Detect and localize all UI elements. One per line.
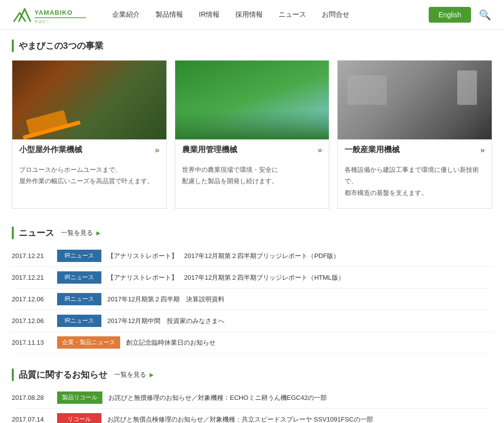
card-title-bar-industrial: 一般産業用機械 » [338,139,492,160]
news-title: 2017年12月期中間 投資家のみなさまへ [107,317,224,325]
news-date: 2017.12.06 [12,295,51,303]
card-title-bar-agriculture: 農業用管理機械 » [175,139,329,160]
news-heading: ニュース [19,227,54,239]
quality-badge: 製品リコール [57,391,102,404]
quality-date: 2017.08.28 [12,394,51,401]
business-section: やまびこの3つの事業 小型屋外作業機械 » プロユースからホームユースまで、屋外… [12,39,492,209]
news-date: 2017.12.21 [12,274,51,281]
news-badge: 企業・製品ニュース [57,336,120,349]
news-date: 2017.12.06 [12,317,51,325]
news-date: 2017.12.21 [12,252,51,260]
news-title: 【アナリストレポート】 2017年12月期第２四半期ブリッジレポート（HTML版… [107,273,345,282]
news-title: 2017年12月期第２四半期 決算説明資料 [107,295,224,304]
news-row[interactable]: 2017.12.06IRニュース2017年12月期第２四半期 決算説明資料 [12,289,492,310]
heading-bar [12,39,14,52]
news-badge: IRニュース [57,250,101,262]
news-row[interactable]: 2017.12.06IRニュース2017年12月期中間 投資家のみなさまへ [12,310,492,332]
news-row[interactable]: 2017.12.21IRニュース【アナリストレポート】 2017年12月期第２四… [12,267,492,289]
nav-products[interactable]: 製品情報 [148,10,191,19]
quality-view-all-label: 一覧を見る [114,370,146,379]
search-icon: 🔍 [479,9,491,20]
quality-badge: リコール [57,413,101,423]
quality-heading: 品質に関するお知らせ [19,369,107,381]
header-right: English 🔍 [429,7,494,23]
news-date: 2017.11.13 [12,339,51,346]
business-heading: やまびこの3つの事業 [19,40,103,52]
news-title: 創立記念臨時休業日のお知らせ [126,338,216,347]
news-section: ニュース 一覧を見る ► 2017.12.21IRニュース【アナリストレポート】… [12,227,492,354]
business-cards: 小型屋外作業機械 » プロユースからホームユースまで、屋外作業の幅広いニーズを高… [12,60,492,209]
business-heading-row: やまびこの3つの事業 [12,39,492,52]
logo[interactable]: YAMABIKO やまびこ [10,4,89,26]
yamabiko-logo-svg: YAMABIKO やまびこ [10,4,89,26]
quality-date: 2017.07.14 [12,416,51,423]
news-row[interactable]: 2017.12.21IRニュース【アナリストレポート】 2017年12月期第２四… [12,245,492,267]
card-desc-industrial: 各種設備から建設工事まで環境に優しい新技術で、都市構造の基盤を支えます。 [338,160,492,208]
news-heading-bar [12,227,14,239]
quality-title: お詫びと無償修理のお知らせ／対象機種：ECHOミニ耕うん機EGC42の一部 [108,393,327,402]
card-desc-agriculture: 世界中の農業現場で環境・安全に配慮した製品を開発し続けます。 [175,160,329,197]
business-card-agriculture[interactable]: 農業用管理機械 » 世界中の農業現場で環境・安全に配慮した製品を開発し続けます。 [175,60,330,209]
main-nav: 企業紹介 製品情報 IR情報 採用情報 ニュース お問合せ [104,10,429,19]
quality-heading-bar [12,368,14,381]
news-badge: IRニュース [57,271,101,284]
business-card-industrial[interactable]: 一般産業用機械 » 各種設備から建設工事まで環境に優しい新技術で、都市構造の基盤… [337,60,492,209]
english-button[interactable]: English [429,7,471,23]
card-desc-outdoor: プロユースからホームユースまで、屋外作業の幅広いニーズを高品質で叶えます。 [12,160,166,197]
news-heading-row: ニュース 一覧を見る ► [12,227,492,239]
quality-view-all-arrow: ► [148,371,155,379]
nav-recruit[interactable]: 採用情報 [227,10,271,19]
quality-row[interactable]: 2017.07.14リコールお詫びと無償点検修理のお知らせ／対象機種：共立スピー… [12,409,492,423]
svg-text:YAMABIKO: YAMABIKO [34,9,73,16]
card-arrow-outdoor: » [155,146,159,155]
main-content: やまびこの3つの事業 小型屋外作業機械 » プロユースからホームユースまで、屋外… [0,30,504,423]
news-row[interactable]: 2017.11.13企業・製品ニュース創立記念臨時休業日のお知らせ [12,332,492,354]
svg-text:やまびこ: やまびこ [34,20,49,24]
quality-view-all-link[interactable]: 一覧を見る ► [114,370,155,379]
news-badge: IRニュース [57,293,101,305]
card-arrow-industrial: » [480,146,485,155]
nav-contact[interactable]: お問合せ [314,10,357,19]
card-title-outdoor: 小型屋外作業機械 [19,145,82,155]
news-list: 2017.12.21IRニュース【アナリストレポート】 2017年12月期第２四… [12,245,492,354]
nav-news[interactable]: ニュース [271,10,314,19]
news-badge: IRニュース [57,315,101,327]
news-view-all-link[interactable]: 一覧を見る ► [61,228,102,237]
card-title-bar-outdoor: 小型屋外作業機械 » [12,139,166,160]
nav-ir[interactable]: IR情報 [191,10,227,19]
card-image-agriculture [175,61,329,139]
card-title-industrial: 一般産業用機械 [345,145,400,155]
header: YAMABIKO やまびこ 企業紹介 製品情報 IR情報 採用情報 ニュース お… [0,0,504,30]
quality-section: 品質に関するお知らせ 一覧を見る ► 2017.08.28製品リコールお詫びと無… [12,368,492,423]
quality-heading-row: 品質に関するお知らせ 一覧を見る ► [12,368,492,381]
quality-row[interactable]: 2017.08.28製品リコールお詫びと無償修理のお知らせ／対象機種：ECHOミ… [12,387,492,409]
nav-company[interactable]: 企業紹介 [104,10,148,19]
card-image-outdoor [12,61,166,139]
news-view-all-arrow: ► [95,229,102,237]
quality-list: 2017.08.28製品リコールお詫びと無償修理のお知らせ／対象機種：ECHOミ… [12,387,492,423]
search-button[interactable]: 🔍 [476,7,494,23]
news-title: 【アナリストレポート】 2017年12月期第２四半期ブリッジレポート（PDF版） [107,252,340,260]
card-arrow-agriculture: » [317,146,322,155]
quality-title: お詫びと無償点検修理のお知らせ／対象機種：共立スピードスプレーヤ SSV1091… [107,415,373,423]
card-image-industrial [338,61,492,139]
business-card-outdoor[interactable]: 小型屋外作業機械 » プロユースからホームユースまで、屋外作業の幅広いニーズを高… [12,60,167,209]
card-title-agriculture: 農業用管理機械 [182,145,237,155]
news-view-all-label: 一覧を見る [61,228,93,237]
